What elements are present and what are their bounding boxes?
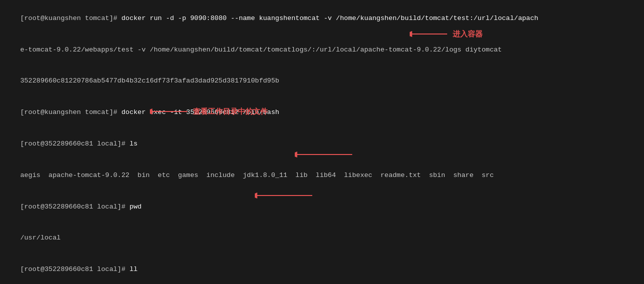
command: docker run -d -p 9090:8080 --name kuangs… — [121, 14, 538, 22]
output-text: /usr/local — [20, 234, 60, 242]
arrow-left-icon — [410, 28, 450, 40]
prompt: [root@352289660c81 local]# — [20, 140, 129, 148]
command: ll — [129, 266, 137, 273]
output-text: 352289660c81220786ab5477db4b32c16df73f3a… — [20, 77, 279, 84]
annotation-text-view: 查看工作目录中的文件 — [193, 107, 268, 116]
terminal-line-1: [root@kuangshen tomcat]# docker run -d -… — [4, 3, 640, 34]
prompt: [root@kuangshen tomcat]# — [20, 14, 121, 22]
terminal-line-4: [root@kuangshen tomcat]# docker exec -it… — [4, 97, 640, 128]
arrow-apache-tomcat — [295, 149, 355, 162]
terminal-line-9: [root@352289660c81 local]# ll — [4, 254, 640, 284]
terminal-line-3: 352289660c81220786ab5477db4b32c16df73f3a… — [4, 66, 640, 98]
prompt: [root@kuangshen tomcat]# — [20, 108, 121, 116]
annotation-view-files: 查看工作目录中的文件 — [150, 106, 268, 117]
annotation-text-enter: 进入容器 — [453, 30, 483, 39]
command: pwd — [129, 203, 141, 210]
prompt: [root@352289660c81 local]# — [20, 203, 129, 210]
arrow-left-icon-2 — [150, 106, 190, 117]
terminal-line-2: e-tomcat-9.0.22/webapps/test -v /home/ku… — [4, 34, 640, 66]
output-text: aegis apache-tomcat-9.0.22 bin etc games… — [20, 172, 494, 179]
terminal-line-8: /usr/local — [4, 222, 640, 254]
terminal-line-7: [root@352289660c81 local]# pwd — [4, 192, 640, 223]
terminal-line-6: aegis apache-tomcat-9.0.22 bin etc games… — [4, 160, 640, 192]
prompt: [root@352289660c81 local]# — [20, 266, 129, 273]
arrow-jdk — [255, 190, 315, 203]
terminal-window: [root@kuangshen tomcat]# docker run -d -… — [0, 0, 644, 284]
command: ls — [129, 140, 137, 148]
annotation-enter-container: 进入容器 — [410, 28, 483, 40]
output-text: e-tomcat-9.0.22/webapps/test -v /home/ku… — [20, 46, 502, 54]
